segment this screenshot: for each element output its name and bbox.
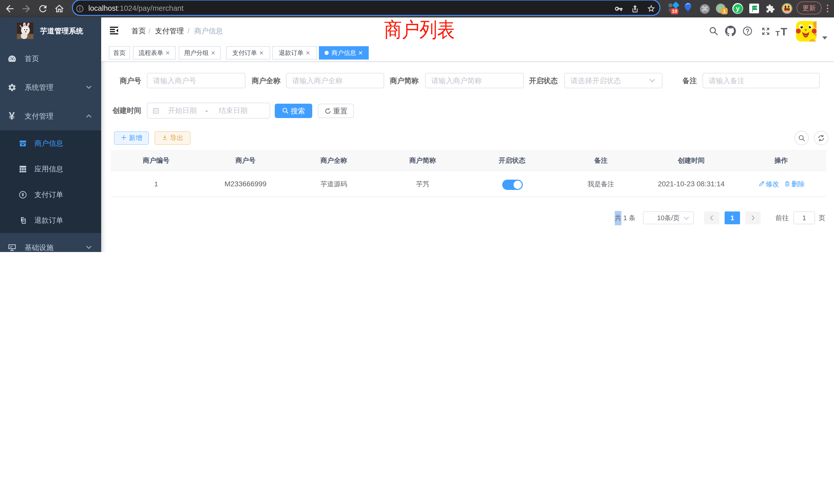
svg-text:¥: ¥ <box>22 192 24 197</box>
